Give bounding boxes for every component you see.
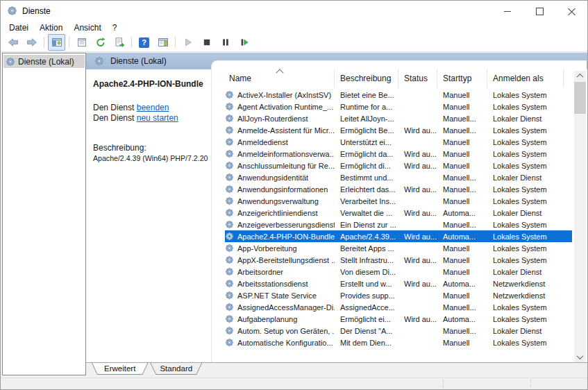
services-rows: ActiveX-Installer (AxInstSV)Bietet eine …	[225, 89, 572, 348]
table-row[interactable]: AnzeigerichtliniendienstVerwaltet die ..…	[225, 207, 572, 219]
cell-rc2: Wird au...	[398, 232, 437, 241]
service-action-line: Den Dienst neu starten	[93, 113, 211, 124]
description-text: Apache/2.4.39 (Win64) PHP/7.2.20	[93, 153, 211, 164]
pause-service-button[interactable]	[217, 34, 234, 51]
cell-rc3: Automa...	[437, 209, 487, 217]
column-header-label: Beschreibung	[340, 74, 391, 83]
menu-item-datei[interactable]: Datei	[3, 22, 34, 33]
properties-button[interactable]	[73, 34, 90, 51]
minimize-button[interactable]	[492, 1, 523, 22]
cell-rc0: Arbeitsstationsdienst	[236, 280, 335, 288]
menu-item-?[interactable]: ?	[107, 22, 123, 33]
show-console-tree-button[interactable]	[48, 34, 65, 51]
cell-rc2: Wird au...	[398, 209, 437, 217]
cell-rc4: Lokales System	[487, 221, 569, 229]
table-row[interactable]: AssignedAccessManager-Di...AssignedAcce.…	[225, 301, 572, 313]
table-row[interactable]: AllJoyn-RouterdienstLeitet AllJoyn-...Ma…	[225, 112, 572, 124]
tree-item-dienste-lokal[interactable]: Dienste (Lokal)	[3, 55, 85, 68]
cell-rc4: Lokales System	[487, 103, 569, 111]
table-row[interactable]: Automatische Konfiguratio...Mit dem Dien…	[225, 337, 572, 348]
table-row[interactable]: App-VorbereitungBereitet Apps ...Manuell…	[225, 242, 572, 254]
scroll-down-button[interactable]	[574, 352, 586, 362]
cell-rc0: Anwendungsidentität	[236, 173, 335, 182]
service-gear-icon	[225, 267, 236, 276]
stop-service-icon	[201, 37, 212, 48]
refresh-button[interactable]	[92, 34, 109, 51]
tab-erweitert[interactable]: Erweitert	[92, 363, 148, 375]
statusbar-divider	[530, 380, 531, 388]
table-row[interactable]: ArbeitsstationsdienstErstellt und w...Wi…	[225, 278, 572, 289]
scrollbar-thumb[interactable]	[574, 82, 586, 114]
service-gear-icon	[225, 338, 236, 347]
cell-rc4: Netzwerkdienst	[487, 280, 569, 288]
service-gear-icon	[225, 314, 236, 323]
table-row[interactable]: Autom. Setup von Geräten, ...Der Dienst …	[225, 325, 572, 337]
column-header-anmelden-als[interactable]: Anmelden als	[487, 69, 564, 87]
table-row[interactable]: Anmelde-Assistent für Micr...Ermöglicht …	[225, 124, 572, 136]
service-action-link-stop[interactable]: beenden	[137, 103, 169, 112]
vertical-scrollbar[interactable]	[574, 71, 586, 362]
show-action-pane-button[interactable]	[154, 34, 171, 51]
maximize-button[interactable]	[523, 1, 555, 22]
table-row[interactable]: AnzeigeverbesserungsdienstEin Dienst zur…	[225, 219, 572, 230]
cell-rc4: Netzwerkdienst	[487, 291, 569, 300]
tab-standard[interactable]: Standard	[150, 363, 202, 375]
chevron-up-icon	[577, 74, 584, 80]
back-button[interactable]	[4, 34, 22, 51]
table-row[interactable]: Anmeldeinformationsverwa...Ermöglicht da…	[225, 148, 572, 160]
column-header-beschreibung[interactable]: Beschreibung	[335, 69, 398, 87]
close-button[interactable]	[555, 1, 587, 22]
cell-rc4: Lokaler Dienst	[487, 327, 569, 335]
start-service-button[interactable]	[179, 34, 196, 51]
cell-rc2: Wird au...	[398, 150, 437, 158]
window-title: Dienste	[22, 6, 51, 16]
table-row[interactable]: ActiveX-Installer (AxInstSV)Bietet eine …	[225, 89, 572, 101]
cell-rc4: Lokaler Dienst	[487, 209, 569, 217]
service-gear-icon	[225, 220, 236, 229]
cell-rc3: Manuell...	[437, 115, 487, 123]
service-action-link-restart[interactable]: neu starten	[137, 113, 178, 123]
scroll-up-button[interactable]	[574, 71, 586, 81]
column-header-name[interactable]: Name	[212, 69, 335, 87]
forward-icon	[26, 37, 37, 48]
table-row[interactable]: AppX-Bereitstellungsdienst ...Stellt Inf…	[225, 254, 572, 266]
table-row[interactable]: Anschlussumleitung für Re...Ermöglicht d…	[225, 160, 572, 171]
properties-window-icon	[76, 37, 87, 48]
service-gear-icon	[225, 126, 236, 135]
table-row[interactable]: AnmeldedienstUnterstützt ei...ManuellLok…	[225, 136, 572, 148]
menu-item-ansicht[interactable]: Ansicht	[68, 22, 106, 33]
cell-rc3: Manuell...	[437, 173, 487, 182]
cell-rc2: Wird au...	[398, 126, 437, 135]
pane-header-label: Dienste (Lokal)	[110, 56, 167, 66]
pause-service-icon	[220, 37, 231, 48]
cell-rc3: Manuell	[437, 291, 487, 300]
toolbar-separator	[131, 37, 132, 48]
service-gear-icon	[225, 326, 236, 335]
cell-rc0: AssignedAccessManager-Di...	[236, 303, 335, 312]
column-header-status[interactable]: Status	[398, 69, 437, 87]
stop-service-button[interactable]	[198, 34, 215, 51]
forward-button[interactable]	[23, 34, 40, 51]
table-row[interactable]: AnwendungsverwaltungVerarbeitet Ins...Ma…	[225, 195, 572, 207]
export-list-icon	[114, 37, 125, 48]
service-gear-icon	[225, 102, 236, 111]
table-row[interactable]: ArbeitsordnerVon diesem Di...ManuellLoka…	[225, 266, 572, 278]
cell-rc1: Ermöglicht Be...	[335, 126, 398, 135]
export-list-button[interactable]	[110, 34, 128, 51]
help-button[interactable]: ?	[135, 34, 153, 51]
tab-label: Erweitert	[92, 363, 147, 374]
restart-service-button[interactable]	[235, 34, 253, 51]
menu-item-aktion[interactable]: Aktion	[34, 22, 68, 33]
table-row[interactable]: AnwendungsinformationenErleichtert das..…	[225, 183, 572, 195]
cell-rc3: Manuell...	[437, 221, 487, 229]
column-header-starttyp[interactable]: Starttyp	[437, 69, 487, 87]
table-row[interactable]: Apache2.4-PHP-ION-BundleApache/2.4.39...…	[225, 230, 572, 242]
table-row[interactable]: AnwendungsidentitätBestimmt und...Manuel…	[225, 171, 572, 183]
table-row[interactable]: Agent Activation Runtime_...Runtime for …	[225, 101, 572, 112]
table-row[interactable]: AufgabenplanungErmöglicht ei...Wird au..…	[225, 313, 572, 325]
cell-rc2: Wird au...	[398, 280, 437, 288]
cell-rc1: Ermöglicht ei...	[335, 315, 398, 323]
service-gear-icon	[225, 279, 236, 288]
table-row[interactable]: ASP.NET State ServiceProvides supp...Man…	[225, 289, 572, 301]
cell-rc3: Automa...	[437, 232, 487, 241]
